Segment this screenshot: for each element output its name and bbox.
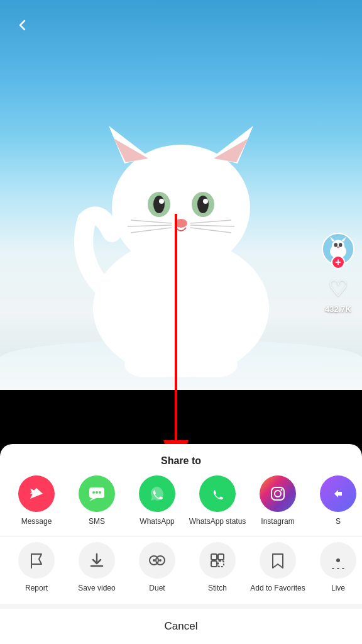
- svg-point-36: [92, 491, 95, 494]
- share-instagram[interactable]: Instagram: [248, 475, 308, 527]
- share-more[interactable]: S: [308, 475, 362, 527]
- add-favorites-icon: [260, 542, 296, 579]
- follow-plus-button[interactable]: +: [331, 255, 345, 269]
- report-label: Report: [25, 584, 48, 594]
- cat-image: [55, 107, 307, 377]
- like-count: 432.7K: [325, 304, 351, 314]
- svg-point-37: [96, 491, 98, 494]
- svg-point-38: [99, 491, 101, 494]
- sms-label: SMS: [89, 517, 105, 527]
- more-share-label: S: [336, 517, 341, 527]
- stitch-icon: [199, 542, 236, 579]
- svg-rect-54: [218, 561, 224, 567]
- action-live[interactable]: Live: [308, 542, 362, 594]
- svg-point-2: [112, 145, 250, 270]
- more-share-icon: [320, 475, 356, 512]
- svg-point-50: [159, 559, 162, 562]
- like-button[interactable]: ♡ 432.7K: [325, 275, 351, 314]
- whatsapp-status-icon: [199, 475, 236, 512]
- svg-point-12: [203, 199, 208, 204]
- cancel-button[interactable]: Cancel: [0, 604, 362, 644]
- share-icons-row: Message SMS: [0, 475, 362, 537]
- action-icons-row: Report Save video: [0, 536, 362, 604]
- action-duet[interactable]: Duet: [127, 542, 187, 594]
- action-add-favorites[interactable]: Add to Favorites: [248, 542, 308, 594]
- svg-point-27: [334, 243, 338, 247]
- whatsapp-status-label: WhatsApp status: [189, 517, 246, 527]
- svg-point-57: [337, 568, 339, 569]
- svg-point-20: [124, 351, 181, 377]
- svg-point-40: [209, 486, 226, 502]
- instagram-label: Instagram: [261, 517, 294, 527]
- stitch-label: Stitch: [208, 584, 227, 594]
- svg-point-28: [339, 243, 343, 247]
- svg-point-49: [153, 559, 155, 562]
- svg-point-58: [342, 568, 344, 569]
- report-icon: [18, 542, 55, 579]
- action-stitch[interactable]: Stitch: [187, 542, 248, 594]
- duet-icon: [139, 542, 175, 579]
- message-icon: [18, 475, 55, 512]
- share-whatsapp-status[interactable]: WhatsApp status: [187, 475, 248, 527]
- share-message[interactable]: Message: [6, 475, 67, 527]
- back-button[interactable]: [10, 13, 35, 38]
- live-icon: [320, 542, 356, 579]
- save-video-icon: [79, 542, 115, 579]
- action-report[interactable]: Report: [6, 542, 67, 594]
- video-background: [0, 0, 362, 390]
- message-label: Message: [21, 517, 52, 527]
- svg-point-13: [175, 219, 187, 228]
- right-sidebar: + ♡ 432.7K: [322, 233, 354, 314]
- share-sms[interactable]: SMS: [67, 475, 127, 527]
- svg-point-43: [281, 489, 283, 491]
- action-save-video[interactable]: Save video: [67, 542, 127, 594]
- svg-point-42: [275, 491, 281, 497]
- svg-point-8: [153, 196, 165, 213]
- svg-marker-35: [89, 498, 96, 501]
- svg-point-11: [197, 196, 209, 213]
- live-label: Live: [331, 584, 345, 594]
- share-sheet: Share to Message: [0, 444, 362, 644]
- whatsapp-label: WhatsApp: [140, 517, 174, 527]
- svg-rect-51: [211, 554, 217, 560]
- svg-point-56: [332, 568, 334, 569]
- svg-rect-52: [218, 554, 224, 560]
- whatsapp-icon: [139, 475, 175, 512]
- heart-icon: ♡: [328, 275, 348, 302]
- svg-point-21: [181, 351, 238, 377]
- duet-label: Duet: [149, 584, 165, 594]
- svg-point-24: [332, 240, 344, 251]
- instagram-icon: [260, 475, 296, 512]
- save-video-label: Save video: [78, 584, 115, 594]
- svg-rect-53: [211, 561, 217, 567]
- svg-point-55: [336, 558, 340, 562]
- share-title: Share to: [0, 444, 362, 475]
- svg-point-29: [337, 247, 339, 248]
- share-whatsapp[interactable]: WhatsApp: [127, 475, 187, 527]
- add-favorites-label: Add to Favorites: [250, 584, 305, 594]
- sms-icon: [79, 475, 115, 512]
- creator-avatar[interactable]: +: [322, 233, 354, 265]
- svg-point-9: [159, 199, 164, 204]
